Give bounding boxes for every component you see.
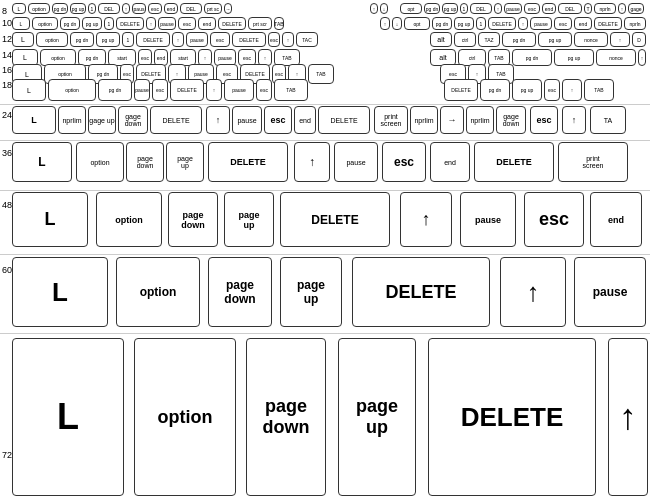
key-gdwn-r24-r[interactable]: gage down <box>496 106 526 134</box>
key-pgdn-r60[interactable]: pagedown <box>208 257 272 327</box>
key-L-r24[interactable]: L <box>12 106 56 134</box>
key-nce-r14-r[interactable]: nonce <box>596 49 636 66</box>
key-L-r60[interactable]: L <box>12 257 108 327</box>
key-arrow-r24[interactable]: ↑ <box>206 106 230 134</box>
key-ar-r10-r[interactable]: ↑ <box>380 17 390 30</box>
key-pgd-r8-r[interactable]: pg dn <box>424 3 440 14</box>
key-L-r72[interactable]: L <box>12 338 124 496</box>
key-pgdn-r8[interactable]: pg dn <box>52 3 68 14</box>
key-pgu-r10-r[interactable]: pg up <box>454 17 474 30</box>
key-pause-r12[interactable]: pause <box>186 32 208 47</box>
key-delete-r60[interactable]: DELETE <box>352 257 490 327</box>
key-pause-r24[interactable]: pause <box>232 106 262 134</box>
key-option-r72[interactable]: option <box>134 338 236 496</box>
key-pgdn-r72[interactable]: pagedown <box>246 338 326 496</box>
key-end-r10-r[interactable]: end <box>574 17 592 30</box>
key-arrow2-r8[interactable]: → <box>224 3 232 14</box>
key-end-r24[interactable]: end <box>294 106 316 134</box>
key-option-r60[interactable]: option <box>116 257 200 327</box>
key-arrow-r48[interactable]: ↑ <box>400 192 452 247</box>
key-del-r10-r[interactable]: DELETE <box>488 17 516 30</box>
key-pgdn-r10[interactable]: pg dn <box>60 17 80 30</box>
key-esc-r10-r[interactable]: esc <box>554 17 572 30</box>
key-delete-r18-r[interactable]: DELETE <box>444 79 478 101</box>
key-pgup-r12-r[interactable]: pg up <box>538 32 572 47</box>
key-esc-r12[interactable]: esc <box>210 32 230 47</box>
key-esc-r18[interactable]: esc <box>152 79 168 101</box>
key-delete-r48[interactable]: DELETE <box>280 192 390 247</box>
key-arrow-r60[interactable]: ↑ <box>500 257 566 327</box>
key-del-r8-r2[interactable]: DEL <box>558 3 582 14</box>
key-option-r18[interactable]: option <box>48 79 96 101</box>
key-del-r10-r2[interactable]: DELETE <box>594 17 622 30</box>
key-ta-r10[interactable]: TAB <box>274 17 284 30</box>
key-nce-r12-r[interactable]: nonce <box>574 32 608 47</box>
key-tab-r12[interactable]: TAC <box>296 32 318 47</box>
key-np-r24-r[interactable]: nprlim <box>410 106 438 134</box>
key-x-r8-r[interactable]: ↑ <box>618 3 626 14</box>
key-esc-r48[interactable]: esc <box>524 192 584 247</box>
key-esc-r8[interactable]: esc <box>148 3 162 14</box>
key-ar-r8-r2[interactable]: ↑ <box>494 3 502 14</box>
key-pause-r48[interactable]: pause <box>460 192 516 247</box>
key-prtsc-r10[interactable]: prt scr <box>248 17 272 30</box>
key-pgdn-r18-r[interactable]: pg dn <box>480 79 510 101</box>
key-arw-r18[interactable]: ↑ <box>206 79 222 101</box>
key-ar-r18-r[interactable]: ↑ <box>562 79 582 101</box>
key-ct-r12[interactable]: 1 <box>122 32 134 47</box>
key-esc-r36[interactable]: esc <box>382 142 426 182</box>
key-pgdn-r18[interactable]: pg dn <box>98 79 132 101</box>
key-delete-r18[interactable]: DELETE <box>170 79 204 101</box>
key-esc-r24-r[interactable]: esc <box>530 106 558 134</box>
key-L-r10[interactable]: L <box>12 17 30 30</box>
key-pause-r18[interactable]: pause <box>134 79 150 101</box>
key-delete-r36-2[interactable]: DELETE <box>474 142 554 182</box>
key-arr-r8-r[interactable]: ↑ <box>370 3 378 14</box>
key-option-r36[interactable]: option <box>76 142 124 182</box>
key-pgdn-r48[interactable]: pagedown <box>168 192 218 247</box>
key-arrow-r12-b[interactable]: ↑ <box>282 32 294 47</box>
key-np2-r24-r[interactable]: nprlim <box>466 106 494 134</box>
key-end-r36[interactable]: end <box>430 142 470 182</box>
key-pause-r8[interactable]: paus <box>132 3 146 14</box>
key-t-r8-r[interactable]: T <box>584 3 592 14</box>
key-option-r48[interactable]: option <box>96 192 162 247</box>
key-np-r10-r[interactable]: nprln <box>624 17 646 30</box>
key-tab-r18-r[interactable]: TAB <box>584 79 614 101</box>
key-alt-r12-r[interactable]: alt <box>430 32 452 47</box>
key-prtscr-r36-r[interactable]: printscreen <box>558 142 628 182</box>
key-arrow-r36[interactable]: ↑ <box>294 142 330 182</box>
key-del-r8-r[interactable]: DEL <box>470 3 492 14</box>
key-end-r8[interactable]: end <box>164 3 178 14</box>
key-arr2-r24-r[interactable]: ↑ <box>562 106 586 134</box>
key-pgup-r18-r[interactable]: pg up <box>512 79 542 101</box>
key-esc-r18-2[interactable]: esc <box>256 79 272 101</box>
key-end-r10[interactable]: end <box>198 17 216 30</box>
key-L-r36[interactable]: L <box>12 142 72 182</box>
key-opt-r10-r[interactable]: opt <box>404 17 430 30</box>
key-arrow-r12[interactable]: ↑ <box>172 32 184 47</box>
key-arr-r24-r[interactable]: → <box>440 106 464 134</box>
key-pgd-r10-r[interactable]: pg dn <box>432 17 452 30</box>
key-delete-r8-2[interactable]: DEL <box>180 3 202 14</box>
key-pa-r10-r[interactable]: pause <box>530 17 552 30</box>
key-pgup-r72[interactable]: pageup <box>338 338 416 496</box>
key-pgup-r60[interactable]: pageup <box>280 257 342 327</box>
key-L-r12[interactable]: L <box>12 32 34 47</box>
key-tab-r12-r[interactable]: TAZ <box>478 32 500 47</box>
key-num-r8[interactable]: 1 <box>88 3 96 14</box>
key-x-r14-r[interactable]: ↑ <box>638 49 646 66</box>
key-ga-r8-r[interactable]: gage <box>628 3 644 14</box>
key-delete-r36[interactable]: DELETE <box>208 142 288 182</box>
key-1-r10-r[interactable]: 1 <box>476 17 486 30</box>
key-tb-r10-r[interactable]: ↓ <box>392 17 402 30</box>
key-L-r18[interactable]: L <box>12 79 46 101</box>
key-num-r10[interactable]: 1 <box>104 17 114 30</box>
key-esc-r12-b[interactable]: esc <box>268 32 280 47</box>
key-prtscr-r24-r[interactable]: print screen <box>374 106 408 134</box>
key-nprlim-r24[interactable]: nprlim <box>58 106 86 134</box>
key-pa-r8-r[interactable]: pause <box>504 3 522 14</box>
key-L-r8[interactable]: L <box>12 3 26 14</box>
key-pgup-r12[interactable]: pg up <box>96 32 120 47</box>
key-arrow-r10[interactable]: ↑ <box>146 17 156 30</box>
